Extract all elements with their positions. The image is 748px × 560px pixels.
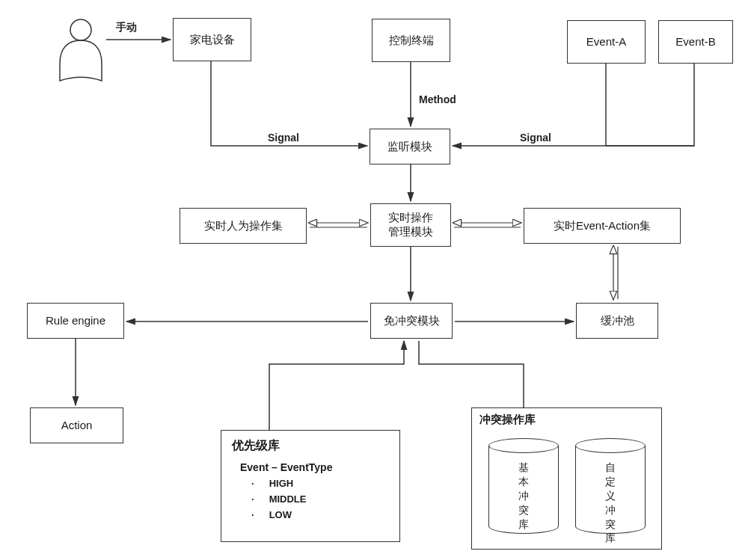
person-icon (51, 15, 111, 90)
event-b-box: Event-B (658, 20, 733, 64)
action-box: Action (30, 407, 123, 443)
event-a-box: Event-A (567, 20, 646, 64)
home-appliance-label: 家电设备 (190, 33, 235, 47)
priority-title: 优先级库 (232, 438, 399, 454)
realtime-manager-label: 实时操作 管理模块 (388, 211, 433, 239)
basic-conflict-cylinder: 基本冲突库 (488, 438, 559, 541)
conflict-free-box: 免冲突模块 (370, 303, 453, 339)
buffer-pool-box: 缓冲池 (576, 303, 658, 339)
method-label: Method (419, 93, 456, 105)
home-appliance-box: 家电设备 (173, 18, 251, 61)
svg-point-0 (70, 19, 91, 40)
priority-level-high: HIGH (251, 478, 399, 489)
basic-conflict-label: 基本冲突库 (488, 461, 559, 531)
custom-conflict-label: 自定义冲突库 (575, 461, 646, 545)
signal-left-label: Signal (268, 132, 299, 144)
rule-engine-box: Rule engine (27, 303, 124, 339)
manual-label: 手动 (116, 21, 137, 34)
priority-levels: HIGH MIDDLE LOW (251, 478, 399, 520)
human-op-set-box: 实时人为操作集 (180, 208, 307, 244)
priority-level-middle: MIDDLE (251, 493, 399, 505)
priority-event-line: Event – EventType (240, 461, 399, 473)
control-terminal-label: 控制终端 (389, 34, 434, 48)
listener-box: 监听模块 (370, 129, 450, 164)
control-terminal-box: 控制终端 (372, 19, 450, 62)
priority-level-low: LOW (251, 509, 399, 520)
event-a-label: Event-A (586, 35, 626, 49)
conflict-free-label: 免冲突模块 (384, 314, 440, 328)
conflict-operation-library-box: 冲突操作库 基本冲突库 自定义冲突库 (471, 407, 662, 550)
custom-conflict-cylinder: 自定义冲突库 (575, 438, 646, 541)
priority-library-box: 优先级库 Event – EventType HIGH MIDDLE LOW (221, 430, 400, 542)
realtime-manager-box: 实时操作 管理模块 (370, 203, 451, 247)
action-label: Action (61, 419, 93, 433)
event-b-label: Event-B (675, 35, 715, 49)
conflict-lib-title: 冲突操作库 (479, 413, 661, 427)
rule-engine-label: Rule engine (46, 314, 105, 328)
human-op-set-label: 实时人为操作集 (204, 219, 283, 233)
signal-right-label: Signal (520, 132, 551, 144)
event-action-set-box: 实时Event-Action集 (524, 208, 681, 244)
listener-label: 监听模块 (387, 140, 432, 154)
buffer-pool-label: 缓冲池 (601, 314, 634, 328)
event-action-set-label: 实时Event-Action集 (554, 219, 651, 233)
